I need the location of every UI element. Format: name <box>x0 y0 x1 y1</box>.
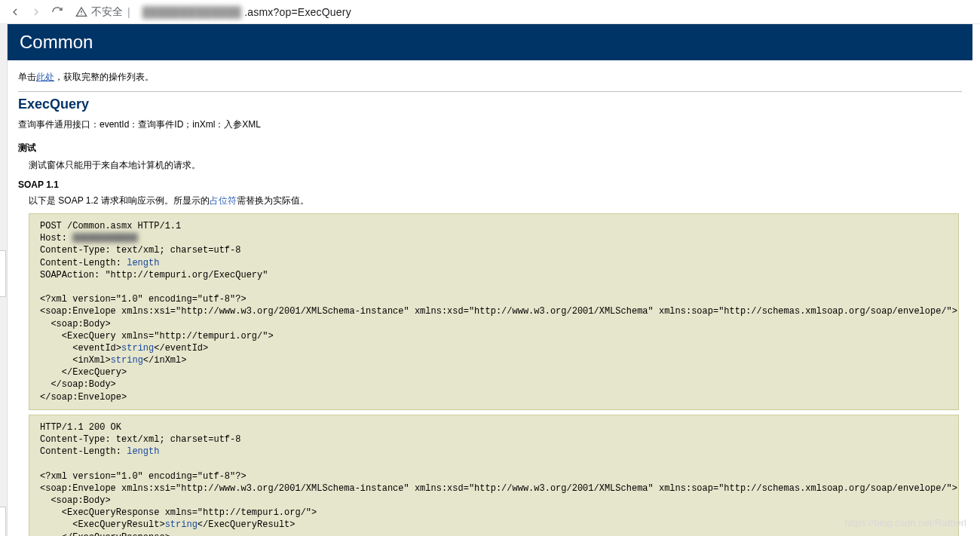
soap11-heading: SOAP 1.1 <box>18 179 962 190</box>
operation-list-hint: 单击此处，获取完整的操作列表。 <box>18 71 962 84</box>
divider <box>18 91 962 92</box>
not-secure-warning: 不安全 <box>75 5 123 19</box>
test-local-only-msg: 测试窗体只能用于来自本地计算机的请求。 <box>29 159 962 172</box>
warning-icon <box>75 6 87 18</box>
here-link[interactable]: 此处 <box>36 72 54 82</box>
url-text: █████████████.asmx?op=ExecQuery <box>139 6 351 18</box>
back-icon[interactable] <box>5 2 26 23</box>
operation-name: ExecQuery <box>18 96 962 112</box>
placeholder-word: 占位符 <box>210 195 237 206</box>
svg-point-1 <box>81 14 81 14</box>
reload-icon[interactable] <box>47 2 68 23</box>
address-bar[interactable]: 不安全 | █████████████.asmx?op=ExecQuery <box>68 5 975 19</box>
left-gutter <box>0 24 8 536</box>
test-heading: 测试 <box>18 142 962 155</box>
security-label: 不安全 <box>91 5 123 19</box>
watermark-text: https://blog.csdn.net/Ratherl <box>844 517 966 528</box>
browser-toolbar: 不安全 | █████████████.asmx?op=ExecQuery <box>0 0 980 24</box>
page-content: 单击此处，获取完整的操作列表。 ExecQuery 查询事件通用接口：event… <box>8 60 972 536</box>
page-title-banner: Common <box>8 24 972 60</box>
soap-intro: 以下是 SOAP 1.2 请求和响应示例。所显示的占位符需替换为实际值。 <box>29 194 962 207</box>
service-name: Common <box>20 32 93 52</box>
page-body: Common 单击此处，获取完整的操作列表。 ExecQuery 查询事件通用接… <box>8 24 972 536</box>
soap-response-block: HTTP/1.1 200 OK Content-Type: text/xml; … <box>29 415 959 536</box>
forward-icon[interactable] <box>26 2 47 23</box>
operation-description: 查询事件通用接口：eventId：查询事件ID；inXml：入参XML <box>18 118 962 131</box>
soap-request-block: POST /Common.asmx HTTP/1.1 Host: ███████… <box>29 213 959 410</box>
